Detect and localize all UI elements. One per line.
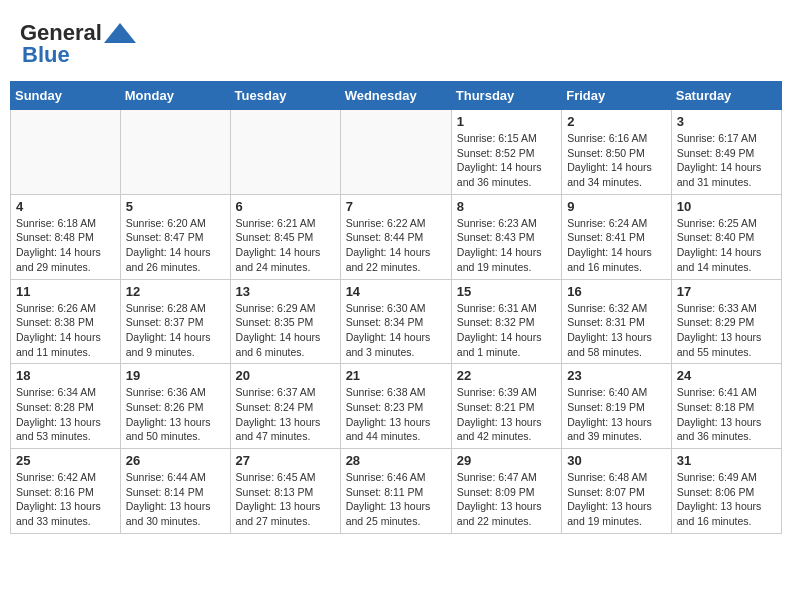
week-row-4: 18Sunrise: 6:34 AM Sunset: 8:28 PM Dayli… (11, 364, 782, 449)
day-info: Sunrise: 6:21 AM Sunset: 8:45 PM Dayligh… (236, 216, 335, 275)
calendar-cell: 4Sunrise: 6:18 AM Sunset: 8:48 PM Daylig… (11, 194, 121, 279)
day-number: 12 (126, 284, 225, 299)
calendar-cell: 22Sunrise: 6:39 AM Sunset: 8:21 PM Dayli… (451, 364, 561, 449)
day-info: Sunrise: 6:23 AM Sunset: 8:43 PM Dayligh… (457, 216, 556, 275)
day-info: Sunrise: 6:47 AM Sunset: 8:09 PM Dayligh… (457, 470, 556, 529)
weekday-header-friday: Friday (562, 82, 672, 110)
weekday-header-saturday: Saturday (671, 82, 781, 110)
day-info: Sunrise: 6:32 AM Sunset: 8:31 PM Dayligh… (567, 301, 666, 360)
calendar-cell: 8Sunrise: 6:23 AM Sunset: 8:43 PM Daylig… (451, 194, 561, 279)
calendar-cell: 27Sunrise: 6:45 AM Sunset: 8:13 PM Dayli… (230, 449, 340, 534)
calendar-cell: 26Sunrise: 6:44 AM Sunset: 8:14 PM Dayli… (120, 449, 230, 534)
calendar-cell: 5Sunrise: 6:20 AM Sunset: 8:47 PM Daylig… (120, 194, 230, 279)
calendar-cell: 2Sunrise: 6:16 AM Sunset: 8:50 PM Daylig… (562, 110, 672, 195)
calendar-cell: 9Sunrise: 6:24 AM Sunset: 8:41 PM Daylig… (562, 194, 672, 279)
calendar-cell: 15Sunrise: 6:31 AM Sunset: 8:32 PM Dayli… (451, 279, 561, 364)
day-number: 6 (236, 199, 335, 214)
day-number: 27 (236, 453, 335, 468)
weekday-header-row: SundayMondayTuesdayWednesdayThursdayFrid… (11, 82, 782, 110)
day-info: Sunrise: 6:31 AM Sunset: 8:32 PM Dayligh… (457, 301, 556, 360)
day-number: 20 (236, 368, 335, 383)
day-info: Sunrise: 6:45 AM Sunset: 8:13 PM Dayligh… (236, 470, 335, 529)
day-number: 14 (346, 284, 446, 299)
weekday-header-wednesday: Wednesday (340, 82, 451, 110)
day-info: Sunrise: 6:37 AM Sunset: 8:24 PM Dayligh… (236, 385, 335, 444)
day-number: 11 (16, 284, 115, 299)
day-info: Sunrise: 6:20 AM Sunset: 8:47 PM Dayligh… (126, 216, 225, 275)
day-info: Sunrise: 6:25 AM Sunset: 8:40 PM Dayligh… (677, 216, 776, 275)
day-number: 18 (16, 368, 115, 383)
calendar-cell: 25Sunrise: 6:42 AM Sunset: 8:16 PM Dayli… (11, 449, 121, 534)
calendar-cell: 16Sunrise: 6:32 AM Sunset: 8:31 PM Dayli… (562, 279, 672, 364)
day-info: Sunrise: 6:16 AM Sunset: 8:50 PM Dayligh… (567, 131, 666, 190)
day-info: Sunrise: 6:40 AM Sunset: 8:19 PM Dayligh… (567, 385, 666, 444)
calendar-cell: 10Sunrise: 6:25 AM Sunset: 8:40 PM Dayli… (671, 194, 781, 279)
day-number: 1 (457, 114, 556, 129)
day-info: Sunrise: 6:49 AM Sunset: 8:06 PM Dayligh… (677, 470, 776, 529)
day-number: 24 (677, 368, 776, 383)
day-info: Sunrise: 6:26 AM Sunset: 8:38 PM Dayligh… (16, 301, 115, 360)
day-number: 30 (567, 453, 666, 468)
calendar-cell: 18Sunrise: 6:34 AM Sunset: 8:28 PM Dayli… (11, 364, 121, 449)
day-number: 8 (457, 199, 556, 214)
day-number: 9 (567, 199, 666, 214)
day-info: Sunrise: 6:30 AM Sunset: 8:34 PM Dayligh… (346, 301, 446, 360)
logo-blue: Blue (22, 42, 70, 68)
calendar-cell: 1Sunrise: 6:15 AM Sunset: 8:52 PM Daylig… (451, 110, 561, 195)
day-number: 2 (567, 114, 666, 129)
calendar-cell: 23Sunrise: 6:40 AM Sunset: 8:19 PM Dayli… (562, 364, 672, 449)
day-info: Sunrise: 6:33 AM Sunset: 8:29 PM Dayligh… (677, 301, 776, 360)
weekday-header-sunday: Sunday (11, 82, 121, 110)
day-number: 16 (567, 284, 666, 299)
week-row-1: 1Sunrise: 6:15 AM Sunset: 8:52 PM Daylig… (11, 110, 782, 195)
day-number: 22 (457, 368, 556, 383)
calendar-cell: 30Sunrise: 6:48 AM Sunset: 8:07 PM Dayli… (562, 449, 672, 534)
day-info: Sunrise: 6:34 AM Sunset: 8:28 PM Dayligh… (16, 385, 115, 444)
day-number: 28 (346, 453, 446, 468)
calendar-cell: 31Sunrise: 6:49 AM Sunset: 8:06 PM Dayli… (671, 449, 781, 534)
calendar-cell: 12Sunrise: 6:28 AM Sunset: 8:37 PM Dayli… (120, 279, 230, 364)
day-number: 4 (16, 199, 115, 214)
day-info: Sunrise: 6:36 AM Sunset: 8:26 PM Dayligh… (126, 385, 225, 444)
day-info: Sunrise: 6:39 AM Sunset: 8:21 PM Dayligh… (457, 385, 556, 444)
day-number: 5 (126, 199, 225, 214)
day-number: 19 (126, 368, 225, 383)
calendar-cell: 20Sunrise: 6:37 AM Sunset: 8:24 PM Dayli… (230, 364, 340, 449)
svg-marker-0 (104, 23, 136, 43)
calendar-cell: 29Sunrise: 6:47 AM Sunset: 8:09 PM Dayli… (451, 449, 561, 534)
calendar-cell: 21Sunrise: 6:38 AM Sunset: 8:23 PM Dayli… (340, 364, 451, 449)
day-info: Sunrise: 6:48 AM Sunset: 8:07 PM Dayligh… (567, 470, 666, 529)
page-header: General Blue (10, 10, 782, 73)
day-info: Sunrise: 6:41 AM Sunset: 8:18 PM Dayligh… (677, 385, 776, 444)
day-number: 25 (16, 453, 115, 468)
day-number: 13 (236, 284, 335, 299)
day-number: 29 (457, 453, 556, 468)
calendar-cell: 6Sunrise: 6:21 AM Sunset: 8:45 PM Daylig… (230, 194, 340, 279)
day-number: 21 (346, 368, 446, 383)
calendar-cell: 17Sunrise: 6:33 AM Sunset: 8:29 PM Dayli… (671, 279, 781, 364)
weekday-header-monday: Monday (120, 82, 230, 110)
calendar-cell: 24Sunrise: 6:41 AM Sunset: 8:18 PM Dayli… (671, 364, 781, 449)
day-number: 23 (567, 368, 666, 383)
calendar-cell: 7Sunrise: 6:22 AM Sunset: 8:44 PM Daylig… (340, 194, 451, 279)
day-number: 3 (677, 114, 776, 129)
day-info: Sunrise: 6:15 AM Sunset: 8:52 PM Dayligh… (457, 131, 556, 190)
calendar-cell: 14Sunrise: 6:30 AM Sunset: 8:34 PM Dayli… (340, 279, 451, 364)
calendar-cell: 13Sunrise: 6:29 AM Sunset: 8:35 PM Dayli… (230, 279, 340, 364)
calendar-cell: 3Sunrise: 6:17 AM Sunset: 8:49 PM Daylig… (671, 110, 781, 195)
day-number: 10 (677, 199, 776, 214)
day-info: Sunrise: 6:18 AM Sunset: 8:48 PM Dayligh… (16, 216, 115, 275)
logo: General Blue (20, 20, 136, 68)
day-number: 31 (677, 453, 776, 468)
calendar-cell: 28Sunrise: 6:46 AM Sunset: 8:11 PM Dayli… (340, 449, 451, 534)
calendar-cell (340, 110, 451, 195)
week-row-3: 11Sunrise: 6:26 AM Sunset: 8:38 PM Dayli… (11, 279, 782, 364)
day-info: Sunrise: 6:44 AM Sunset: 8:14 PM Dayligh… (126, 470, 225, 529)
day-info: Sunrise: 6:28 AM Sunset: 8:37 PM Dayligh… (126, 301, 225, 360)
calendar-table: SundayMondayTuesdayWednesdayThursdayFrid… (10, 81, 782, 534)
day-info: Sunrise: 6:24 AM Sunset: 8:41 PM Dayligh… (567, 216, 666, 275)
day-number: 7 (346, 199, 446, 214)
day-info: Sunrise: 6:29 AM Sunset: 8:35 PM Dayligh… (236, 301, 335, 360)
calendar-cell (120, 110, 230, 195)
logo-icon (104, 23, 136, 43)
